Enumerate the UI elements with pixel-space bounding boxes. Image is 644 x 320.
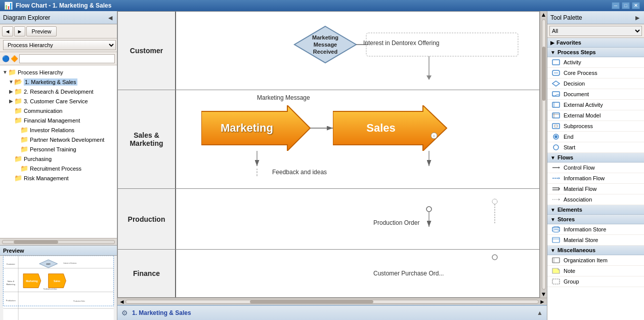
diamond-svg: Marketing Message Received <box>292 24 358 65</box>
left-panel-header: Diagram Explorer ◄ <box>0 11 117 24</box>
hierarchy-dropdown[interactable]: Process Hierarchy <box>3 40 116 50</box>
group-icon <box>551 278 561 285</box>
maximize-button[interactable]: □ <box>622 2 630 9</box>
canvas-wrapper: Customer Marketing Message Received <box>117 11 547 298</box>
finance-svg-arrows <box>176 250 539 297</box>
tree-item-research[interactable]: ▶ 📁 2. Research & Development <box>0 87 117 96</box>
tree-item-investor[interactable]: ▶ 📁 Investor Relations <box>0 125 117 135</box>
section-stores[interactable]: ▼ Stores <box>547 215 644 224</box>
filter-input[interactable] <box>19 54 115 63</box>
tree-item-financial[interactable]: ▶ 📁 Financial Management <box>0 115 117 125</box>
material-flow-icon <box>551 185 561 192</box>
palette-item-end[interactable]: End <box>547 132 644 142</box>
palette-item-note[interactable]: Note <box>547 266 644 276</box>
tree-root[interactable]: ▼ 📁 Process Hierarchy <box>0 67 117 77</box>
back-button[interactable]: ◄ <box>2 26 13 36</box>
sales-shape[interactable]: Sales i <box>333 105 449 151</box>
section-miscellaneous[interactable]: ▼ Miscellaneous <box>547 246 644 255</box>
app-icon: 📊 <box>4 2 13 10</box>
palette-item-association[interactable]: Association <box>547 194 644 205</box>
end-icon <box>551 133 561 140</box>
palette-item-external-model[interactable]: External Model <box>547 110 644 121</box>
tree-item-label: Partner Network Development <box>30 137 104 143</box>
svg-text:Sales: Sales <box>366 122 396 134</box>
palette-item-material-store[interactable]: Material Store <box>547 235 644 246</box>
tree-arrow: ▶ <box>8 98 14 104</box>
tree-item-label: Investor Relations <box>30 127 74 133</box>
hscroll-left-btn[interactable]: ◄ <box>118 298 125 305</box>
hscroll-track[interactable] <box>125 300 539 304</box>
section-flows[interactable]: ▼ Flows <box>547 153 644 163</box>
left-hscroll[interactable] <box>0 238 117 245</box>
vertical-scrollbar[interactable]: ▲ ▼ <box>540 11 547 298</box>
palette-item-external-activity[interactable]: External Activity <box>547 100 644 110</box>
folder-icon: 📁 <box>20 136 28 143</box>
sales-svg: Sales i <box>333 105 449 151</box>
tree-item-purchasing[interactable]: ▶ 📁 Purchasing <box>0 154 117 164</box>
section-arrow: ▼ <box>550 207 555 213</box>
palette-item-document[interactable]: Document <box>547 89 644 100</box>
svg-text:Marketing: Marketing <box>7 283 15 286</box>
tree-item-personnel[interactable]: ▶ 📁 Personnel Training <box>0 144 117 154</box>
vscroll-track[interactable] <box>542 19 546 290</box>
palette-item-start[interactable]: Start <box>547 142 644 153</box>
minimize-button[interactable]: ─ <box>612 2 620 9</box>
tree-item-marketing-sales[interactable]: ▼ 📂 1. Marketing & Sales <box>0 77 117 87</box>
canvas-container[interactable]: Customer Marketing Message Received <box>117 11 540 298</box>
palette-item-material-flow[interactable]: Material Flow <box>547 184 644 194</box>
swimlane-sales-label: Sales &Marketing <box>118 90 176 188</box>
status-collapse-btn[interactable]: ▲ <box>537 309 543 316</box>
palette-item-decision[interactable]: Decision <box>547 78 644 89</box>
palette-item-activity[interactable]: Activity <box>547 57 644 68</box>
palette-item-organization-item[interactable]: Organization Item <box>547 255 644 266</box>
subprocess-icon <box>551 123 561 130</box>
vscroll-up-btn[interactable]: ▲ <box>541 11 547 18</box>
folder-icon: 📁 <box>14 107 22 114</box>
filter-icon2[interactable]: 🔶 <box>11 55 18 62</box>
marketing-shape[interactable]: Marketing <box>201 105 313 151</box>
section-arrow: ▶ <box>550 40 554 46</box>
marketing-svg: Marketing <box>201 105 313 151</box>
tree-item-risk[interactable]: ▶ 📁 Risk Management <box>0 173 117 183</box>
tree-item-recruitment[interactable]: ▶ 📁 Recruitment Process <box>0 164 117 173</box>
tool-filter-dropdown[interactable]: All Favorites Process Steps Flows Elemen… <box>549 26 642 36</box>
palette-item-information-flow[interactable]: Information Flow <box>547 173 644 184</box>
palette-item-group[interactable]: Group <box>547 276 644 287</box>
external-model-icon <box>551 112 561 119</box>
section-elements[interactable]: ▼ Elements <box>547 205 644 215</box>
palette-item-information-store[interactable]: Information Store <box>547 224 644 235</box>
tree-item-communication[interactable]: ▶ 📁 Communication <box>0 106 117 115</box>
tree-item-label: 2. Research & Development <box>24 89 94 95</box>
hscroll-right-btn[interactable]: ► <box>539 298 546 305</box>
section-arrow: ▼ <box>550 217 555 222</box>
section-favorites[interactable]: ▶ Favorites <box>547 38 644 48</box>
swimlane-customer-label: Customer <box>118 12 176 90</box>
svg-marker-67 <box>559 198 560 201</box>
palette-item-subprocess[interactable]: Subprocess <box>547 121 644 132</box>
tree-item-partner[interactable]: ▶ 📁 Partner Network Development <box>0 135 117 144</box>
svg-marker-65 <box>559 187 560 191</box>
preview-header: Preview <box>0 246 117 256</box>
left-panel-collapse-btn[interactable]: ◄ <box>107 14 114 22</box>
vscroll-down-btn[interactable]: ▼ <box>541 291 547 298</box>
right-panel-collapse-btn[interactable]: ► <box>634 14 641 22</box>
tree-item-customer-care[interactable]: ▶ 📁 3. Customer Care Service <box>0 96 117 106</box>
production-order-text: Production Order <box>373 219 419 226</box>
canvas-hscroll[interactable]: ◄ ► <box>117 298 547 305</box>
preview-button[interactable]: Preview <box>26 26 57 36</box>
section-process-steps[interactable]: ▼ Process Steps <box>547 48 644 57</box>
feedback-text: Feedback and ideas <box>272 169 327 176</box>
filter-icon[interactable]: 🔵 <box>2 55 10 62</box>
close-button[interactable]: ✕ <box>632 2 640 9</box>
title-bar: 📊 Flow Chart - 1. Marketing & Sales ─ □ … <box>0 0 644 11</box>
palette-item-label: Material Store <box>564 237 598 243</box>
palette-item-label: Association <box>564 196 592 203</box>
palette-item-label: Group <box>564 278 579 285</box>
swimlane-finance-content: Customer Purchase Ord... <box>176 250 539 297</box>
palette-item-control-flow[interactable]: Control Flow <box>547 163 644 173</box>
palette-item-core-process[interactable]: Core Process <box>547 68 644 78</box>
folder-icon: 📁 <box>14 97 22 105</box>
forward-button[interactable]: ► <box>14 26 25 36</box>
diamond-container: Marketing Message Received <box>292 24 358 65</box>
document-icon <box>551 91 561 98</box>
